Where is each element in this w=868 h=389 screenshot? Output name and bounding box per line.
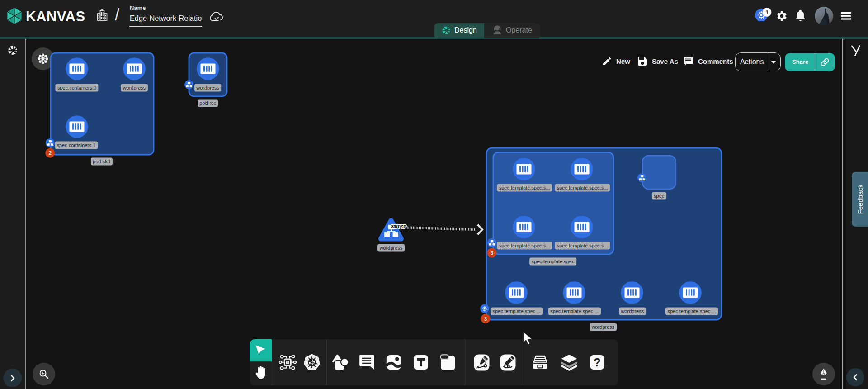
svg-text:2: 2 [49, 150, 52, 156]
svg-text:3: 3 [484, 316, 487, 322]
svg-text:3: 3 [491, 250, 493, 256]
svg-text:?: ? [594, 356, 601, 369]
